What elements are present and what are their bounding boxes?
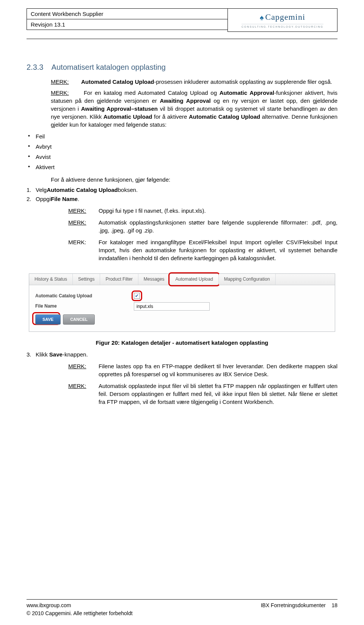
- spade-icon: ♠: [260, 12, 264, 23]
- bullet-avbryt: Avbryt: [27, 143, 337, 151]
- note1-bold: Automated Catalog Upload: [81, 79, 154, 85]
- section-number: 2.3.3: [27, 63, 43, 71]
- activate-line: For å aktivere denne funksjonen, gjør fø…: [51, 176, 337, 184]
- merk-row-5: MERK: Automatisk opplastede input filer …: [68, 382, 337, 406]
- merk-label-nou: MERK:: [68, 238, 99, 262]
- footer-copyright: © 2010 Capgemini. Alle rettigheter forbe…: [27, 610, 337, 617]
- cancel-button[interactable]: CANCEL: [63, 314, 95, 325]
- merk-body-3: For kataloger med inngangfiltype Excel/F…: [99, 238, 337, 262]
- bullet-avvist: Avvist: [27, 153, 337, 161]
- logo-tagline: CONSULTING.TECHNOLOGY.OUTSOURCING: [242, 24, 323, 29]
- save-button[interactable]: SAVE: [35, 314, 61, 325]
- merk-row-2: MERK: Automatisk opplastingsfunksjonen s…: [68, 218, 337, 234]
- figure-caption: Figur 20: Katalogen detaljer - automatis…: [27, 339, 337, 347]
- merk-note-1: MERK: Automated Catalog Upload-prosessen…: [51, 78, 337, 86]
- section-title: Automatisert katalogen opplasting: [52, 63, 166, 71]
- tab-product-filter[interactable]: Product Filter: [100, 274, 138, 285]
- tab-settings[interactable]: Settings: [73, 274, 100, 285]
- logo: ♠ Capgemini: [260, 11, 305, 23]
- tab-messages[interactable]: Messages: [138, 274, 170, 285]
- merk-row-1: MERK: Oppgi fui type I fil navnet, (f.ek…: [68, 207, 337, 215]
- step-3: 3.Klikk Save-knappen.: [27, 350, 337, 358]
- merk-note-2: MERK: For en katalog med Automated Catal…: [51, 89, 337, 129]
- merk-row-3: MERK: For kataloger med inngangfiltype E…: [68, 238, 337, 262]
- note1-rest: -prosessen inkluderer automatisk opplast…: [154, 79, 332, 85]
- tab-automated-upload[interactable]: Automated Upload: [170, 274, 218, 285]
- merk-label: MERK:: [68, 382, 99, 406]
- tab-mapping-config[interactable]: Mapping Configuration: [219, 274, 276, 285]
- ss-auto-upload-label: Automatic Catalog Upload: [35, 293, 134, 299]
- merk-body-4: Filene lastes opp fra en FTP-mappe dedik…: [99, 362, 337, 378]
- footer-url: www.ibxgroup.com: [27, 602, 71, 609]
- merk-label: MERK:: [68, 207, 99, 215]
- logo-box: ♠ Capgemini CONSULTING.TECHNOLOGY.OUTSOU…: [228, 8, 337, 32]
- logo-text: Capgemini: [265, 11, 306, 23]
- bullet-aktivert: Aktivert: [27, 163, 337, 171]
- step-1: 1.VelgAutomatic Catalog Uploadboksen.: [27, 186, 337, 194]
- tab-history[interactable]: History & Status: [29, 274, 73, 285]
- filename-input[interactable]: [134, 302, 210, 311]
- header-revision: Revisjon 13.1: [27, 19, 228, 30]
- status-bullets: Feil Avbryt Avvist Aktivert: [27, 132, 337, 171]
- merk-body-2: Automatisk opplastingsfunksjonen støtter…: [99, 218, 337, 234]
- merk-label: MERK:: [68, 218, 99, 234]
- header-title: Content Workbench Supplier: [27, 8, 228, 19]
- merk-label: MERK:: [51, 78, 81, 86]
- ss-tabs: History & Status Settings Product Filter…: [29, 274, 335, 285]
- page-header: Content Workbench Supplier Revisjon 13.1…: [27, 8, 337, 32]
- bullet-feil: Feil: [27, 132, 337, 140]
- merk-row-4: MERK: Filene lastes opp fra en FTP-mappe…: [68, 362, 337, 378]
- embedded-screenshot: History & Status Settings Product Filter…: [29, 273, 335, 332]
- footer-docline: IBX Forretningsdokumenter: [261, 602, 326, 608]
- page-number: 18: [331, 602, 337, 608]
- merk-body-5: Automatisk opplastede input filer vil bl…: [99, 382, 337, 406]
- merk-body-1: Oppgi fui type I fil navnet, (f.eks. inp…: [99, 207, 337, 215]
- steps-list-cont: 3.Klikk Save-knappen.: [27, 350, 337, 358]
- page-footer: www.ibxgroup.com IBX Forretningsdokument…: [27, 599, 337, 617]
- merk-label-2: MERK:: [51, 89, 81, 97]
- ss-filename-label: File Name: [35, 303, 134, 309]
- auto-upload-checkbox[interactable]: ✔: [134, 293, 140, 299]
- step-2: 2.OppgiFile Name.: [27, 195, 337, 203]
- steps-list: 1.VelgAutomatic Catalog Uploadboksen. 2.…: [27, 186, 337, 203]
- section-heading: 2.3.3 Automatisert katalogen opplasting: [27, 62, 337, 72]
- merk-label: MERK:: [68, 362, 99, 378]
